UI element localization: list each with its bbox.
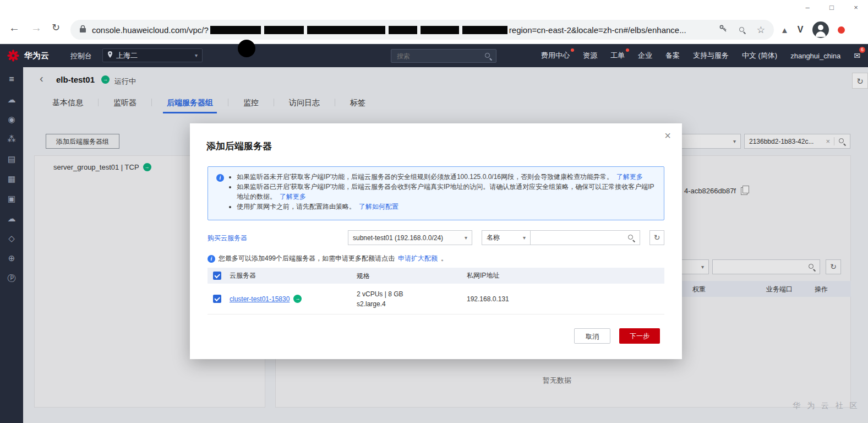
expand-quota-link[interactable]: 申请扩大配额 [398, 254, 438, 263]
maximize-button[interactable]: □ [820, 0, 844, 15]
nav-item-account[interactable]: zhanghui_china [790, 52, 840, 60]
huawei-flower-icon [7, 49, 20, 62]
cancel-button[interactable]: 取消 [574, 328, 610, 344]
notice-item: 使用扩展网卡之前，请先配置路由策略。了解如何配置 [237, 202, 655, 212]
nav-item-billing[interactable]: 费用中心 [541, 51, 570, 61]
subnet-value: subnet-test01 (192.168.0.0/24) [353, 234, 443, 242]
filter-type-label: 名称 [487, 233, 500, 242]
name-filter-combo: 名称 ▾ [482, 230, 640, 245]
server-name-link[interactable]: cluster-test01-15830 [230, 295, 290, 303]
info-icon: i [208, 255, 215, 263]
site-lock-icon [79, 25, 86, 35]
subnet-select[interactable]: subnet-test01 (192.168.0.0/24) ▾ [348, 230, 472, 245]
dialog-title: 添加后端服务器 [206, 140, 272, 153]
badge-dot [626, 48, 629, 52]
search-icon [484, 52, 492, 59]
console-topnav: 华为云 控制台 上海二 ▾ 费用中心 资源 工单 企业 备案 支持与服务 中文 … [0, 44, 868, 67]
server-table: 云服务器 规格 私网IP地址 cluster-test01-15830 → 2 … [208, 268, 664, 314]
global-search-input[interactable] [396, 52, 484, 61]
info-alert: i 如果监听器未开启'获取客户端IP'功能，后端云服务器的安全组规则必须放通10… [208, 166, 664, 220]
redaction-bar [421, 26, 459, 34]
mail-badge: 6 [859, 47, 865, 53]
browser-reload-button[interactable]: ↻ [52, 21, 60, 34]
server-status-icon: → [293, 295, 302, 303]
redaction-blob [238, 40, 255, 57]
close-window-button[interactable]: × [844, 0, 868, 15]
bookmark-star-icon[interactable]: ☆ [757, 24, 765, 36]
extension-triangle-icon[interactable]: ▲ [780, 25, 789, 35]
redaction-bar [210, 26, 261, 34]
notice-item: 如果监听器未开启'获取客户端IP'功能，后端云服务器的安全组规则必须放通100.… [237, 172, 655, 182]
search-icon[interactable] [627, 234, 635, 241]
nav-item-enterprise[interactable]: 企业 [638, 51, 652, 61]
cloud-service-icon[interactable]: ☁ [8, 214, 16, 223]
browser-profile-avatar[interactable] [812, 21, 829, 38]
mail-icon[interactable]: ✉6 [854, 51, 860, 60]
notice-item: 如果监听器已开启'获取客户端IP'功能，后端云服务器会收到客户端真实IP地址的访… [237, 182, 655, 202]
badge-dot [571, 48, 574, 52]
huawei-logo[interactable]: 华为云 [7, 44, 49, 67]
server-icon[interactable]: ▣ [8, 194, 15, 203]
redaction-bar [307, 26, 385, 34]
address-bar[interactable]: console.huaweicloud.com/vpc/? region=cn-… [70, 20, 774, 40]
minimize-button[interactable]: – [795, 0, 820, 15]
server-table-header: 云服务器 规格 私网IP地址 [208, 268, 664, 284]
menu-icon[interactable]: ≡ [9, 75, 14, 84]
nav-item-tickets[interactable]: 工单 [610, 51, 625, 61]
info-icon: i [216, 174, 224, 182]
nav-item-resources[interactable]: 资源 [583, 51, 597, 61]
network-globe-icon[interactable]: ⊕ [8, 254, 15, 262]
experiment-icon[interactable]: ◇ [8, 234, 15, 242]
learn-more-link[interactable]: 了解更多 [616, 173, 643, 181]
redaction-bar [264, 26, 304, 34]
cloud-cluster-icon[interactable]: ⁂ [8, 135, 16, 143]
extension-v-icon[interactable]: V [798, 25, 804, 35]
parking-icon[interactable]: Ⓟ [8, 274, 16, 282]
next-step-button[interactable]: 下一步 [619, 328, 660, 344]
window-titlebar: – □ × [0, 0, 868, 15]
chevron-down-icon: ▾ [523, 235, 526, 241]
dialog-close-icon[interactable]: × [664, 130, 671, 141]
table-row[interactable]: cluster-test01-15830 → 2 vCPUs | 8 GB s2… [208, 284, 664, 314]
filter-type-select[interactable]: 名称 ▾ [482, 231, 531, 245]
password-key-icon[interactable] [719, 24, 728, 35]
region-selector[interactable]: 上海二 ▾ [102, 48, 203, 62]
add-backend-server-dialog: × 添加后端服务器 i 如果监听器未开启'获取客户端IP'功能，后端云服务器的安… [190, 123, 682, 359]
brand-name: 华为云 [24, 51, 49, 61]
how-to-configure-link[interactable]: 了解如何配置 [359, 203, 398, 210]
row-checkbox[interactable] [213, 295, 221, 303]
server-spec: 2 vCPUs | 8 GB s2.large.4 [357, 289, 467, 309]
column-private-ip: 私网IP地址 [467, 271, 664, 280]
nav-item-icp[interactable]: 备案 [665, 51, 680, 61]
browser-forward-button[interactable]: → [31, 21, 42, 34]
region-name: 上海二 [116, 51, 138, 61]
service-sidebar: ≡ ☁ ◉ ⁂ ▤ ▦ ▣ ☁ ◇ ⊕ Ⓟ [0, 67, 23, 423]
learn-more-link[interactable]: 了解更多 [280, 193, 306, 200]
console-link[interactable]: 控制台 [70, 51, 92, 61]
chevron-down-icon: ▾ [465, 235, 467, 241]
document-icon[interactable]: ▦ [8, 175, 15, 183]
dialog-refresh-button[interactable]: ↻ [649, 230, 664, 245]
global-search[interactable] [391, 49, 496, 63]
filter-search-input[interactable] [531, 231, 640, 245]
elastic-cloud-server-icon[interactable]: ☁ [8, 95, 16, 104]
zoom-icon[interactable] [739, 26, 746, 34]
select-all-checkbox[interactable] [213, 272, 221, 280]
buy-ecs-link[interactable]: 购买云服务器 [208, 234, 247, 243]
browser-toolbar: ← → ↻ console.huaweicloud.com/vpc/? regi… [0, 15, 868, 44]
users-icon[interactable]: ◉ [8, 115, 15, 123]
url-text: console.huaweicloud.com/vpc/? region=cn-… [92, 25, 686, 35]
redaction-bar [462, 26, 507, 34]
nav-item-support[interactable]: 支持与服务 [693, 51, 729, 61]
storage-icon[interactable]: ▤ [8, 155, 15, 163]
chevron-down-icon: ▾ [195, 52, 198, 58]
nav-item-language[interactable]: 中文 (简体) [742, 51, 777, 61]
column-spec: 规格 [357, 271, 467, 281]
column-server: 云服务器 [230, 271, 357, 280]
location-pin-icon [107, 51, 113, 59]
redaction-bar [389, 26, 417, 34]
server-private-ip: 192.168.0.131 [467, 295, 664, 303]
quota-note: i 您最多可以添加499个后端服务器，如需申请更多配额请点击申请扩大配额。 [208, 254, 447, 263]
browser-back-button[interactable]: ← [9, 21, 20, 34]
notification-dot-icon [838, 26, 845, 34]
